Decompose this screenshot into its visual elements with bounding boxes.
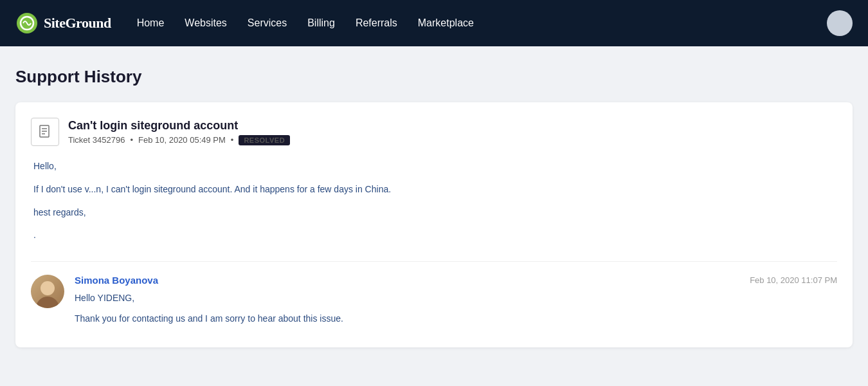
ticket-title: Can't login siteground account bbox=[68, 119, 290, 133]
ticket-number: Ticket 3452796 bbox=[68, 135, 125, 145]
message-line-2: If I don't use v...n, I can't login site… bbox=[33, 182, 837, 198]
reply-text: Hello YIDENG, Thank you for contacting u… bbox=[75, 291, 837, 327]
ticket-meta: Ticket 3452796 • Feb 10, 2020 05:49 PM •… bbox=[68, 135, 290, 145]
dot-separator-2: • bbox=[231, 135, 234, 145]
message-line-4: . bbox=[33, 228, 837, 243]
main-content: Support History Can't login siteground a… bbox=[0, 46, 868, 368]
document-icon bbox=[37, 124, 53, 140]
reply-line-1: Hello YIDENG, bbox=[75, 291, 837, 306]
ticket-card: Can't login siteground account Ticket 34… bbox=[15, 102, 853, 347]
reply-avatar bbox=[31, 275, 64, 308]
reply-header: Simona Boyanova Feb 10, 2020 11:07 PM bbox=[75, 275, 837, 286]
reply-date: Feb 10, 2020 11:07 PM bbox=[750, 275, 837, 285]
logo[interactable]: SiteGround bbox=[15, 12, 111, 35]
ticket-icon bbox=[31, 118, 59, 146]
reply-section: Simona Boyanova Feb 10, 2020 11:07 PM He… bbox=[31, 261, 837, 332]
nav-link-websites[interactable]: Websites bbox=[185, 17, 227, 28]
navbar-left: SiteGround Home Websites Services Billin… bbox=[15, 12, 474, 35]
dot-separator-1: • bbox=[130, 135, 133, 145]
page-title: Support History bbox=[15, 67, 853, 87]
ticket-date: Feb 10, 2020 05:49 PM bbox=[138, 135, 226, 145]
nav-item-marketplace[interactable]: Marketplace bbox=[418, 17, 474, 29]
nav-link-services[interactable]: Services bbox=[248, 17, 287, 28]
navbar: SiteGround Home Websites Services Billin… bbox=[0, 0, 868, 46]
status-badge: RESOLVED bbox=[239, 135, 290, 145]
message-text: Hello, If I don't use v...n, I can't log… bbox=[33, 159, 837, 243]
nav-item-billing[interactable]: Billing bbox=[307, 17, 335, 29]
nav-item-websites[interactable]: Websites bbox=[185, 17, 227, 29]
reply-author[interactable]: Simona Boyanova bbox=[75, 275, 158, 286]
nav-link-home[interactable]: Home bbox=[137, 17, 165, 28]
nav-links: Home Websites Services Billing Referrals… bbox=[137, 17, 474, 29]
nav-item-home[interactable]: Home bbox=[137, 17, 165, 29]
nav-link-billing[interactable]: Billing bbox=[307, 17, 335, 28]
message-body: Hello, If I don't use v...n, I can't log… bbox=[31, 159, 837, 243]
ticket-info: Can't login siteground account Ticket 34… bbox=[68, 119, 290, 145]
nav-item-referrals[interactable]: Referrals bbox=[356, 17, 397, 29]
ticket-header: Can't login siteground account Ticket 34… bbox=[31, 118, 837, 146]
nav-item-services[interactable]: Services bbox=[248, 17, 287, 29]
reply-line-2: Thank you for contacting us and I am sor… bbox=[75, 311, 837, 327]
siteground-logo-icon bbox=[15, 12, 39, 35]
user-avatar[interactable] bbox=[827, 10, 853, 36]
message-line-3: hest regards, bbox=[33, 205, 837, 221]
logo-text: SiteGround bbox=[44, 15, 111, 32]
nav-link-referrals[interactable]: Referrals bbox=[356, 17, 397, 28]
message-line-1: Hello, bbox=[33, 159, 837, 174]
reply-content: Simona Boyanova Feb 10, 2020 11:07 PM He… bbox=[75, 275, 837, 332]
avatar-image bbox=[31, 275, 64, 308]
nav-link-marketplace[interactable]: Marketplace bbox=[418, 17, 474, 28]
